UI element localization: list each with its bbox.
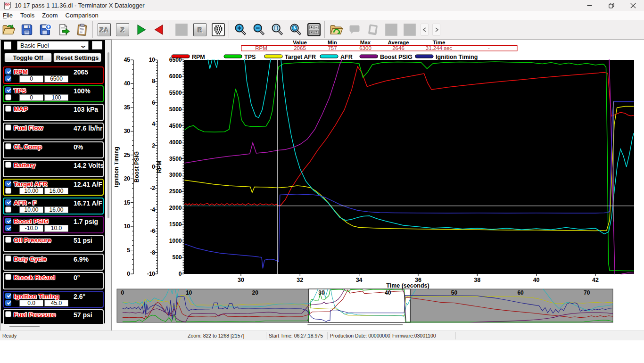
channel-max-input[interactable]: 10.0: [44, 225, 68, 232]
export-button[interactable]: [57, 22, 71, 38]
channel-visible-checkbox[interactable]: [5, 87, 11, 93]
z-letter-icon: Z: [116, 23, 129, 36]
channel-visible-checkbox[interactable]: [5, 124, 11, 131]
play-forward-button[interactable]: [134, 22, 148, 38]
comparison-b-button-disabled[interactable]: [403, 22, 417, 38]
events-button[interactable]: E: [193, 22, 207, 38]
play-reverse-button[interactable]: [152, 22, 166, 38]
channel-visible-checkbox[interactable]: [5, 199, 11, 206]
next-button[interactable]: [432, 24, 440, 36]
zoom-time-button[interactable]: [289, 22, 303, 38]
close-button[interactable]: [622, 0, 644, 11]
save-button[interactable]: [20, 22, 34, 38]
channel-min-input[interactable]: 0.0: [19, 300, 43, 307]
y-tick-label: 6000: [169, 73, 182, 80]
channel-min-input[interactable]: 10.00: [19, 188, 43, 195]
plot-area[interactable]: [184, 60, 634, 274]
channel-scale-checkbox[interactable]: [5, 225, 11, 231]
menu-item-comparison[interactable]: Comparison: [66, 12, 99, 19]
overview-strip[interactable]: 010203040506070: [117, 282, 613, 325]
channel-visible-checkbox[interactable]: [5, 274, 11, 280]
channel-visible-checkbox[interactable]: [5, 106, 11, 112]
channel-max-input[interactable]: 45.0: [44, 300, 68, 307]
channel-visible-checkbox[interactable]: [5, 293, 11, 299]
channel-min-input[interactable]: -10.0: [19, 225, 43, 232]
channel-max-input[interactable]: 16.00: [44, 188, 68, 195]
minimize-button[interactable]: [579, 0, 600, 11]
status-zoom: Zoom: 822 to 1268 [2157]: [188, 333, 244, 338]
svg-text:DOC: DOC: [5, 2, 11, 5]
channel-visible-checkbox[interactable]: [5, 256, 11, 262]
legend-label: Boost PSIG: [380, 54, 413, 60]
overview-scroll-indicator[interactable]: [307, 324, 403, 325]
channel-visible-checkbox[interactable]: [5, 162, 11, 168]
menu-item-file[interactable]: File: [3, 12, 13, 19]
channel-label: Target AFR: [14, 181, 47, 188]
channel-scale-checkbox[interactable]: [5, 206, 11, 213]
y-tick-label: 15: [124, 199, 131, 206]
channel-scale-checkbox[interactable]: [5, 300, 11, 306]
channel-visible-checkbox[interactable]: [5, 311, 11, 317]
zoom-mode-button[interactable]: Z: [116, 22, 130, 38]
datalog-chart[interactable]: ValueMinMaxAverageTimeRPM206575763002646…: [115, 40, 644, 330]
channel-scale-checkbox[interactable]: [5, 94, 11, 100]
comparison-note-button-disabled[interactable]: [347, 22, 362, 38]
channel-min-input[interactable]: 0: [19, 75, 43, 82]
channel-scale-checkbox[interactable]: [5, 75, 11, 82]
sidebar-vertical-scrollbar[interactable]: [107, 52, 109, 218]
channel-visible-checkbox[interactable]: [5, 237, 11, 243]
open-file-button[interactable]: [1, 22, 16, 38]
channel-max-input[interactable]: 16.00: [44, 206, 68, 214]
channel-label: Duty Cycle: [14, 256, 47, 263]
zoom-plus-icon: [234, 23, 247, 36]
restore-button[interactable]: [601, 0, 622, 11]
channel-value: 57 psi: [74, 311, 92, 319]
menu-item-tools[interactable]: Tools: [20, 12, 34, 19]
blank-square: [403, 23, 416, 36]
channel-card-boost-psig: Boost PSIG1.7 psig-10.010.0: [3, 216, 104, 233]
channel-visible-checkbox[interactable]: [5, 68, 11, 74]
comparison-a-button-disabled[interactable]: [384, 22, 398, 38]
channel-max-input[interactable]: 100: [44, 94, 68, 101]
comparison-clip-button-disabled[interactable]: [366, 22, 380, 38]
channel-max-input[interactable]: 6500: [44, 75, 68, 82]
channel-visible-checkbox[interactable]: [5, 181, 11, 187]
overview-tick-label: 10: [186, 289, 192, 296]
channel-min-input[interactable]: 0: [19, 94, 43, 101]
channel-value: 12.41 A/F: [74, 181, 102, 188]
y-tick-label: 2000: [169, 205, 182, 211]
stop-button-disabled[interactable]: [174, 22, 189, 38]
save-plus-icon: [39, 23, 52, 36]
app-window: DOC 10 17 pass 1 11.36.dl - Terminator X…: [0, 0, 644, 363]
channel-sidebar: Basic Fuel ⌄ Toggle Off Reset Settings R…: [0, 40, 112, 330]
channel-label: Boost PSIG: [14, 218, 49, 225]
prev-button[interactable]: [421, 24, 429, 36]
channel-value: 103 kPa: [74, 106, 98, 113]
channel-value: 6.9%: [74, 256, 89, 263]
clipboard-icon: [75, 23, 89, 36]
zoom-out-button[interactable]: [252, 22, 266, 38]
channel-scale-checkbox[interactable]: [5, 188, 11, 194]
channel-visible-checkbox[interactable]: [5, 218, 11, 224]
y-tick-label: 2500: [169, 188, 182, 195]
dot-matrix-button[interactable]: [211, 22, 225, 38]
zoom-all-button[interactable]: ZA: [97, 22, 111, 38]
copy-clipboard-button[interactable]: [75, 22, 89, 38]
y-tick-label: -2: [150, 185, 155, 191]
status-firmware: Firmware:03001100: [392, 333, 436, 338]
channel-card-cl-comp: CL Comp0%: [3, 141, 104, 159]
save-as-button[interactable]: [38, 22, 52, 38]
legend-label: AFR: [340, 54, 353, 60]
channel-min-input[interactable]: 10.00: [19, 206, 43, 214]
comparison-open-button[interactable]: [329, 22, 343, 38]
app-icon: DOC: [4, 1, 11, 9]
math-channels-button[interactable]: [307, 22, 321, 38]
menu-item-zoom[interactable]: Zoom: [42, 12, 58, 19]
zoom-in-button[interactable]: [233, 22, 248, 38]
za-letter-icon: ZA: [98, 23, 111, 36]
sidebar-horizontal-scrollbar[interactable]: [9, 326, 40, 327]
channel-visible-checkbox[interactable]: [5, 143, 11, 149]
legend-swatch: [224, 55, 242, 58]
zoom-page-button[interactable]: [270, 22, 284, 38]
overview-tick-label: 20: [252, 289, 259, 296]
